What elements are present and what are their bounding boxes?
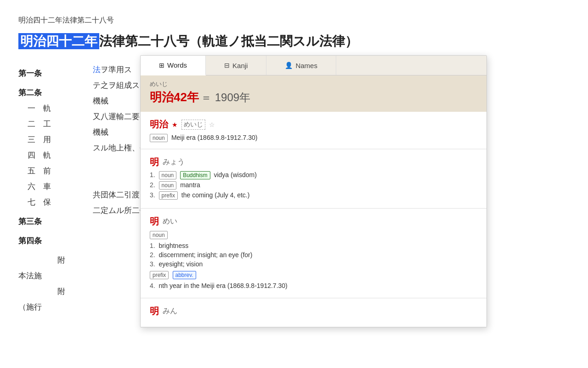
tab-names[interactable]: 👤 Names <box>266 56 336 75</box>
entry-mei-badge-top: noun <box>150 230 477 239</box>
entry-min-header: 明 みん <box>150 305 477 317</box>
fuse-label: 附 <box>18 253 65 268</box>
entry-myou-kanji: 明 <box>150 156 159 168</box>
badge-prefix-2: prefix <box>150 271 169 279</box>
title-rest: 法律第二十八号（軌道ノ抵当二関スル法律） <box>99 34 358 48</box>
badge-noun-4: noun <box>150 231 168 239</box>
entry-min-kanji: 明 <box>150 305 159 317</box>
fuse2-label: 附 <box>18 284 65 299</box>
sub-item-6: 六 車 <box>28 179 65 195</box>
doc-title-small: 明治四十二年法律第二十八号 <box>18 14 570 27</box>
badge-noun-2: noun <box>159 171 177 179</box>
badge-buddhism: Buddhism <box>180 171 210 179</box>
entry-meiji-def: noun Meiji era (1868.9.8-1912.7.30) <box>150 133 477 142</box>
list-item: 2. discernment; insight; an eye (for) <box>150 251 477 259</box>
tab-kanji[interactable]: ⊟ Kanji <box>206 56 266 75</box>
entry-mei: 明 めい noun 1. brightness 2. discernment; … <box>141 208 486 298</box>
honpo-label: 本法施 <box>18 268 65 284</box>
entry-mei-badges-bottom: prefix abbrev. <box>150 270 477 279</box>
era-header: めいじ 明治42年 ＝ 1909年 <box>141 75 486 112</box>
era-year: 明治42年 <box>150 90 199 104</box>
sub-item-5: 五 前 <box>28 163 65 179</box>
def-myou-1: vidya (wisdom) <box>214 171 256 178</box>
def-mei-4: nth year in the Meiji era (1868.9.8-1912… <box>159 282 288 289</box>
entry-mei-list: 1. brightness 2. discernment; insight; a… <box>150 242 477 268</box>
entry-myou-header: 明 みょう <box>150 156 477 168</box>
badge-noun-1: noun <box>150 134 168 142</box>
def-myou-2: mantra <box>180 181 200 189</box>
def-mei-3: eyesight; vision <box>159 260 203 268</box>
sub-item-7: 七 保 <box>28 195 65 210</box>
era-reading: めいじ <box>150 80 477 88</box>
section-nijo: 第二条 <box>18 85 65 101</box>
era-equals: ＝ 1909年 <box>201 91 250 104</box>
section-ichijo: 第一条 <box>18 66 65 81</box>
entry-meiji-star[interactable]: ★ <box>172 121 178 128</box>
words-icon: ⊞ <box>159 62 164 69</box>
popup-body[interactable]: 明治 ★ めいじ ☆ noun Meiji era (1868.9.8-1912… <box>141 112 486 327</box>
entry-min: 明 みん <box>141 298 486 327</box>
entry-meiji-kanji: 明治 <box>150 118 168 131</box>
section-sanjo: 第三条 <box>18 214 65 230</box>
shiko-label: （施行 <box>18 299 65 315</box>
sub-item-3: 三 用 <box>28 132 65 148</box>
entry-min-reading: みん <box>163 306 177 316</box>
popup-tabs: ⊞ Words ⊟ Kanji 👤 Names <box>141 56 486 75</box>
tab-words[interactable]: ⊞ Words <box>141 56 206 75</box>
list-item: 3. eyesight; vision <box>150 260 477 268</box>
badge-abbrev: abbrev. <box>173 271 196 279</box>
popup-overlay: ⊞ Words ⊟ Kanji 👤 Names めいじ 明治42年 ＝ 1909… <box>140 55 487 328</box>
def-mei-4-item: 4. nth year in the Meiji era (1868.9.8-1… <box>150 282 477 289</box>
title-highlight: 明治四十二年 <box>18 33 99 49</box>
entry-myou-list: 1. noun Buddhism vidya (wisdom) 2. noun … <box>150 171 477 200</box>
doc-title-large: 明治四十二年法律第二十八号（軌道ノ抵当二関スル法律） <box>18 30 570 53</box>
def-mei-1: brightness <box>159 242 189 249</box>
badge-prefix-1: prefix <box>159 191 178 200</box>
entry-mei-kanji: 明 <box>150 215 159 228</box>
list-item: 3. prefix the coming (July 4, etc.) <box>150 191 477 200</box>
badge-noun-3: noun <box>159 181 177 190</box>
list-item: 1. noun Buddhism vidya (wisdom) <box>150 171 477 179</box>
sub-item-2: 二 工 <box>28 116 65 132</box>
era-year-line: 明治42年 ＝ 1909年 <box>150 89 477 105</box>
entry-meiji-star2[interactable]: ☆ <box>209 121 215 128</box>
entry-meiji-reading: めいじ <box>181 120 205 130</box>
tab-words-label: Words <box>167 61 187 69</box>
entry-meiji: 明治 ★ めいじ ☆ noun Meiji era (1868.9.8-1912… <box>141 112 486 149</box>
sub-item-1: 一 軌 <box>28 101 65 116</box>
sub-item-4: 四 軌 <box>28 148 65 163</box>
section-yojo: 第四条 <box>18 233 65 249</box>
entry-mei-header: 明 めい <box>150 215 477 228</box>
def-meiji-text: Meiji era (1868.9.8-1912.7.30) <box>171 134 258 141</box>
list-item: 1. brightness <box>150 242 477 249</box>
entry-mei-reading: めい <box>163 217 177 226</box>
def-myou-3: the coming (July 4, etc.) <box>181 191 250 199</box>
names-icon: 👤 <box>285 62 293 69</box>
entry-myou: 明 みょう 1. noun Buddhism vidya (wisdom) 2.… <box>141 149 486 208</box>
entry-meiji-header: 明治 ★ めいじ ☆ <box>150 118 477 131</box>
list-item: 2. noun mantra <box>150 181 477 190</box>
entry-myou-reading: みょう <box>163 157 185 167</box>
kanji-icon: ⊟ <box>224 62 230 69</box>
tab-names-label: Names <box>295 62 317 69</box>
def-mei-2: discernment; insight; an eye (for) <box>159 251 253 259</box>
tab-kanji-label: Kanji <box>232 62 248 69</box>
